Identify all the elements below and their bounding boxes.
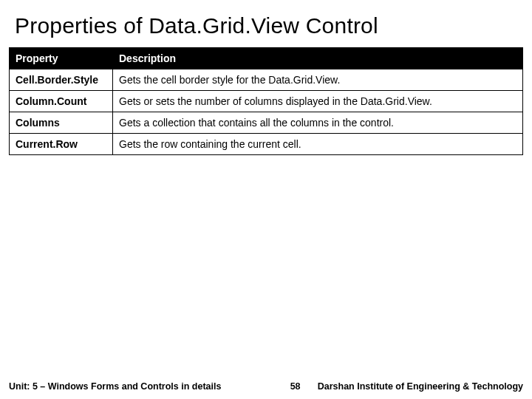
slide-footer: Unit: 5 – Windows Forms and Controls in … xyxy=(0,381,532,392)
footer-page-number: 58 xyxy=(221,381,317,392)
footer-unit: Unit: 5 – Windows Forms and Controls in … xyxy=(9,381,221,392)
header-property: Property xyxy=(10,48,113,69)
property-name: Column.Count xyxy=(10,91,113,112)
property-name: Cell.Border.Style xyxy=(10,69,113,91)
footer-institute: Darshan Institute of Engineering & Techn… xyxy=(318,381,523,392)
table-row: Columns Gets a collection that contains … xyxy=(10,112,523,134)
slide: Properties of Data.Grid.View Control Pro… xyxy=(0,0,532,399)
property-description: Gets the row containing the current cell… xyxy=(113,134,523,155)
table-header-row: Property Description xyxy=(10,48,523,69)
property-name: Current.Row xyxy=(10,134,113,155)
property-name: Columns xyxy=(10,112,113,134)
property-description: Gets a collection that contains all the … xyxy=(113,112,523,134)
table-row: Cell.Border.Style Gets the cell border s… xyxy=(10,69,523,91)
header-description: Description xyxy=(113,48,523,69)
table-row: Current.Row Gets the row containing the … xyxy=(10,134,523,155)
property-description: Gets the cell border style for the Data.… xyxy=(113,69,523,91)
table-row: Column.Count Gets or sets the number of … xyxy=(10,91,523,112)
slide-title: Properties of Data.Grid.View Control xyxy=(0,0,532,47)
properties-table-wrap: Property Description Cell.Border.Style G… xyxy=(0,47,532,155)
properties-table: Property Description Cell.Border.Style G… xyxy=(9,47,523,155)
property-description: Gets or sets the number of columns displ… xyxy=(113,91,523,112)
